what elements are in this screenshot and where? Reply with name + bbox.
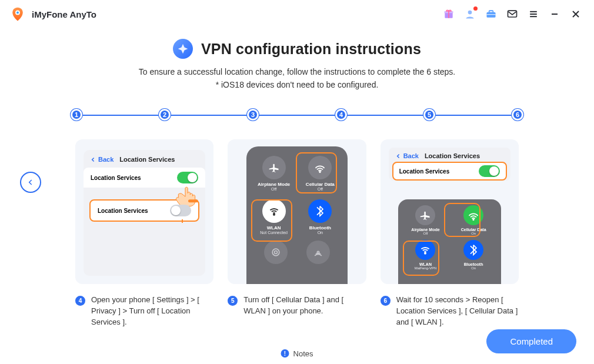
svg-rect-9 — [508, 11, 517, 17]
caption-text: Turn off [ Cellular Data ] and [ WLAN ] … — [243, 295, 366, 328]
caption-text: Wait for 10 seconds > Reopen [ Location … — [396, 295, 519, 328]
caption-5: 5Turn off [ Cellular Data ] and [ WLAN ]… — [228, 295, 366, 328]
bluetooth-icon — [463, 240, 483, 260]
account-icon[interactable] — [461, 5, 479, 23]
toggle-off-icon — [170, 205, 191, 216]
svg-point-1 — [16, 11, 19, 14]
app-name: iMyFone AnyTo — [32, 9, 96, 19]
gift-icon[interactable] — [440, 5, 458, 23]
svg-rect-8 — [487, 14, 496, 15]
step-6: 6 — [512, 109, 523, 121]
close-button[interactable] — [567, 5, 585, 23]
airplane-mode-tile: Airplane ModeOff — [405, 205, 446, 235]
cellular-outline — [444, 203, 480, 237]
cellular-outline — [296, 152, 337, 193]
page-subtitle: To ensure a successful location change, … — [0, 66, 594, 91]
step-4: 4 — [335, 109, 347, 121]
step-indicator: 1 2 3 4 5 6 — [71, 109, 523, 126]
step-1: 1 — [71, 109, 82, 121]
page-title: VPN configuration instructions — [201, 41, 421, 58]
info-icon: ! — [281, 349, 289, 358]
bluetooth-tile: BluetoothOn — [453, 240, 494, 270]
app-logo — [9, 6, 26, 22]
caption-6: 6Wait for 10 seconds > Reopen [ Location… — [381, 295, 519, 328]
card-step-4: Back Location Services Location Services… — [75, 139, 213, 284]
location-services-row-on: Location Services — [392, 162, 507, 181]
airdrop-icon — [264, 241, 288, 264]
caption-4: 4Open your phone [ Settings ] > [ Privac… — [75, 295, 213, 328]
notes-link[interactable]: !Notes — [281, 349, 313, 358]
step-5: 5 — [423, 109, 435, 121]
card-step-6: Back Location Services Location Services… — [381, 139, 519, 284]
notification-dot — [473, 6, 478, 11]
panel-title: Location Services — [96, 156, 198, 163]
svg-point-20 — [272, 249, 279, 256]
panel-title: Location Services — [401, 152, 503, 159]
titlebar: iMyFone AnyTo — [0, 0, 594, 28]
airplane-mode-tile: Airplane ModeOff — [255, 156, 293, 191]
airplane-icon — [262, 156, 286, 179]
toggle-on-icon — [479, 165, 500, 177]
svg-point-5 — [468, 11, 472, 15]
airplane-icon — [415, 205, 435, 225]
bluetooth-tile: BluetoothOn — [301, 199, 339, 235]
step-3: 3 — [247, 109, 259, 121]
hotspot-icon — [306, 241, 330, 264]
pointing-hand-icon — [173, 182, 203, 207]
instruction-cards: Back Location Services Location Services… — [75, 139, 519, 284]
feedback-icon[interactable] — [503, 5, 521, 23]
wlan-outline — [403, 241, 439, 276]
menu-icon[interactable] — [525, 5, 542, 23]
card-step-5: Airplane ModeOff Cellular DataOff WLANNo… — [228, 139, 366, 284]
svg-rect-7 — [489, 11, 493, 12]
completed-button[interactable]: Completed — [486, 329, 576, 353]
svg-point-19 — [275, 251, 278, 254]
page-header: VPN configuration instructions To ensure… — [0, 39, 594, 91]
caption-text: Open your phone [ Settings ] > [ Privacy… — [91, 295, 213, 328]
svg-rect-16 — [188, 200, 198, 203]
toggle-on-icon — [177, 172, 198, 183]
minimize-button[interactable] — [546, 5, 563, 23]
step-captions: 4Open your phone [ Settings ] > [ Privac… — [75, 295, 519, 328]
wlan-outline — [251, 199, 292, 242]
step-2: 2 — [159, 109, 171, 121]
bluetooth-icon — [308, 199, 332, 223]
compass-icon — [173, 39, 193, 59]
toolbox-icon[interactable] — [482, 5, 500, 23]
previous-button[interactable] — [20, 172, 41, 193]
